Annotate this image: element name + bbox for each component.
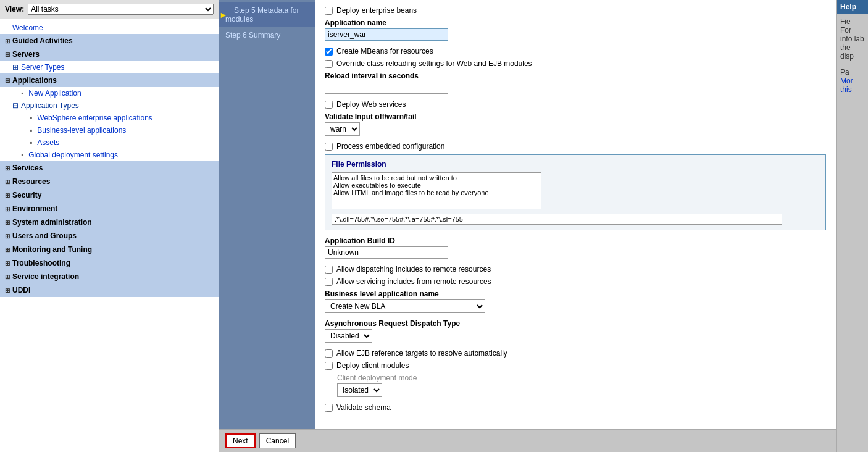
- sidebar-item-security[interactable]: ⊞ Security: [0, 188, 219, 202]
- main-content: Deploy enterprise beans Application name…: [315, 0, 836, 452]
- app-name-section: Application name: [325, 19, 826, 41]
- sidebar-item-servers[interactable]: ⊟ Servers: [0, 48, 219, 61]
- sidebar-item-sys-admin[interactable]: ⊞ System administration: [0, 216, 219, 229]
- expand-icon-services: ⊞: [5, 165, 10, 172]
- expand-icon-users: ⊞: [5, 233, 10, 240]
- next-button[interactable]: Next: [225, 433, 256, 448]
- sidebar-item-server-types[interactable]: ⊞ Server Types: [0, 61, 219, 73]
- resources-label: Resources: [12, 177, 50, 186]
- async-dispatch-select[interactable]: Disabled Enabled: [325, 329, 372, 343]
- sidebar-item-troubleshooting[interactable]: ⊞ Troubleshooting: [0, 256, 219, 270]
- sidebar-item-app-types[interactable]: ⊟ Application Types: [0, 99, 219, 112]
- sidebar-item-guided-activities[interactable]: ⊞ Guided Activities: [0, 34, 219, 48]
- bla-label[interactable]: Business-level applications: [37, 126, 126, 135]
- view-select[interactable]: All tasks: [28, 4, 214, 15]
- app-name-input[interactable]: [325, 28, 448, 41]
- deploy-client-checkbox[interactable]: [325, 362, 333, 370]
- sidebar-item-applications[interactable]: ⊟ Applications: [0, 73, 219, 87]
- deploy-webservices-row: Deploy Web services: [325, 100, 826, 109]
- app-build-id-label: Application Build ID: [325, 236, 826, 245]
- reload-interval-label: Reload interval in seconds: [325, 72, 826, 80]
- assets-label[interactable]: Assets: [37, 138, 59, 147]
- sidebar-item-users-groups[interactable]: ⊞ Users and Groups: [0, 229, 219, 243]
- create-mbeans-checkbox[interactable]: [325, 48, 333, 56]
- sidebar-item-monitoring[interactable]: ⊞ Monitoring and Tuning: [0, 243, 219, 256]
- deploy-webservices-checkbox[interactable]: [325, 101, 333, 109]
- troubleshooting-label: Troubleshooting: [12, 259, 70, 267]
- sidebar-item-services[interactable]: ⊞ Services: [0, 161, 219, 175]
- process-embedded-row: Process embedded configuration: [325, 142, 826, 151]
- file-permission-textarea[interactable]: Allow all files to be read but not writt…: [332, 172, 541, 209]
- server-types-label[interactable]: Server Types: [21, 63, 64, 72]
- bla-name-select[interactable]: Create New BLA None: [325, 299, 485, 313]
- deploy-client-row: Deploy client modules: [325, 361, 826, 370]
- allow-ejb-checkbox[interactable]: [325, 349, 333, 358]
- sidebar-item-new-application[interactable]: ▪ New Application: [0, 87, 219, 99]
- file-permission-title: File Permission: [332, 160, 819, 169]
- validate-schema-checkbox[interactable]: [325, 404, 333, 412]
- help-more-link[interactable]: Mor this: [840, 77, 853, 94]
- client-deployment-select[interactable]: Isolated Regular: [337, 383, 382, 397]
- step-5-item[interactable]: ► Step 5 Metadata for modules: [219, 2, 315, 27]
- sidebar-item-environment[interactable]: ⊞ Environment: [0, 202, 219, 216]
- view-label: View:: [5, 5, 24, 14]
- monitoring-label: Monitoring and Tuning: [12, 245, 92, 254]
- expand-icon-trouble: ⊞: [5, 260, 10, 267]
- expand-icon-apps: ⊟: [5, 77, 10, 84]
- sidebar-item-uddi[interactable]: ⊞ UDDI: [0, 283, 219, 297]
- step-5-link[interactable]: Step 5 Metadata for modules: [225, 6, 299, 23]
- sidebar-item-global-deploy[interactable]: ▪ Global deployment settings: [0, 149, 219, 161]
- file-permission-pattern-input[interactable]: [332, 214, 782, 225]
- override-class-checkbox[interactable]: [325, 60, 333, 68]
- allow-servicing-row: Allow servicing includes from remote res…: [325, 277, 826, 286]
- file-permission-section: File Permission Allow all files to be re…: [325, 154, 826, 230]
- new-application-label[interactable]: New Application: [28, 89, 81, 98]
- sidebar-item-welcome[interactable]: Welcome: [0, 22, 219, 34]
- override-class-label: Override class reloading settings for We…: [336, 59, 532, 68]
- validate-schema-label: Validate schema: [336, 403, 391, 412]
- expand-icon-security: ⊞: [5, 192, 10, 199]
- sidebar-item-service-integration[interactable]: ⊞ Service integration: [0, 270, 219, 283]
- deploy-enterprise-beans-label: Deploy enterprise beans: [336, 6, 417, 15]
- deploy-webservices-label: Deploy Web services: [336, 100, 406, 109]
- help-header: Help: [837, 0, 868, 14]
- sidebar-item-assets[interactable]: ▪ Assets: [0, 136, 219, 149]
- sidebar-item-bla[interactable]: ▪ Business-level applications: [0, 124, 219, 136]
- deploy-enterprise-beans-checkbox[interactable]: [325, 7, 333, 15]
- reload-interval-input[interactable]: [325, 82, 448, 94]
- validate-input-section: Validate Input off/warn/fail warn off fa…: [325, 112, 826, 136]
- help-content: Fie For info lab the disp Pa Mor this: [837, 14, 868, 98]
- expand-icon-svcint: ⊞: [5, 274, 10, 280]
- help-text-fie: Fie: [840, 17, 864, 26]
- step-6-link[interactable]: Step 6 Summary: [225, 31, 280, 40]
- expand-icon-monitoring: ⊞: [5, 246, 10, 253]
- applications-label: Applications: [12, 76, 57, 85]
- nav-tree: Welcome ⊞ Guided Activities ⊟ Servers ⊞ …: [0, 19, 219, 299]
- async-dispatch-label: Asynchronous Request Dispatch Type: [325, 319, 826, 328]
- process-embedded-label: Process embedded configuration: [336, 142, 444, 151]
- services-label: Services: [12, 164, 43, 172]
- allow-servicing-checkbox[interactable]: [325, 278, 333, 286]
- welcome-link[interactable]: Welcome: [12, 23, 43, 32]
- step-5-label: Step 5 Metadata for modules: [225, 6, 299, 23]
- step-6-label: Step 6 Summary: [225, 31, 280, 40]
- validate-input-label: Validate Input off/warn/fail: [325, 112, 826, 121]
- app-types-label: Application Types: [21, 101, 79, 110]
- validate-input-select[interactable]: warn off fail: [325, 122, 360, 136]
- expand-icon-resources: ⊞: [5, 178, 10, 185]
- async-dispatch-section: Asynchronous Request Dispatch Type Disab…: [325, 319, 826, 343]
- expand-icon-uddi: ⊞: [5, 287, 10, 294]
- global-deploy-label[interactable]: Global deployment settings: [28, 151, 118, 159]
- websphere-apps-label[interactable]: WebSphere enterprise applications: [37, 114, 152, 122]
- app-build-id-input[interactable]: [325, 246, 448, 259]
- sidebar: View: All tasks Welcome ⊞ Guided Activit…: [0, 0, 219, 452]
- app-name-label: Application name: [325, 19, 826, 27]
- guided-activities-label: Guided Activities: [12, 36, 73, 45]
- cancel-button[interactable]: Cancel: [259, 433, 296, 448]
- step-6-item[interactable]: Step 6 Summary: [219, 27, 315, 43]
- sidebar-item-resources[interactable]: ⊞ Resources: [0, 175, 219, 188]
- help-text-body: For info lab the disp: [840, 26, 864, 61]
- process-embedded-checkbox[interactable]: [325, 143, 333, 151]
- sidebar-item-websphere-apps[interactable]: ▪ WebSphere enterprise applications: [0, 112, 219, 124]
- allow-dispatching-checkbox[interactable]: [325, 266, 333, 274]
